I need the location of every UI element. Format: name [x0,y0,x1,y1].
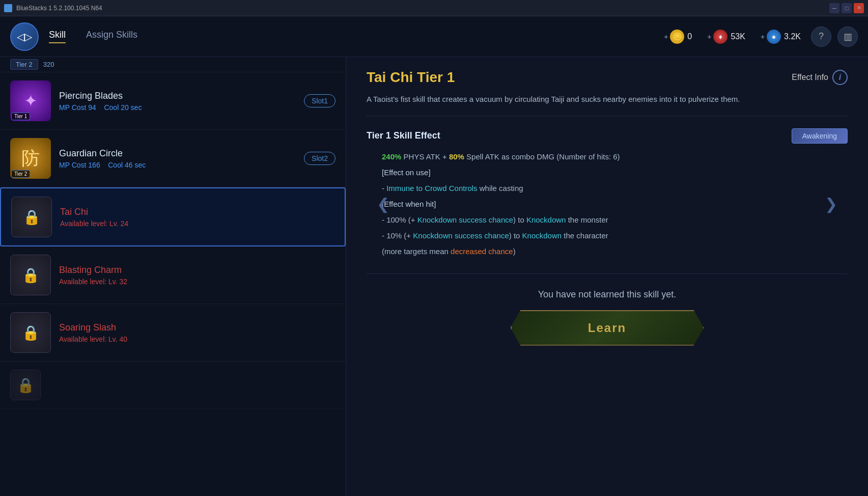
currency-gold: + 🪙 0 [664,30,692,44]
knockdown-chance-2: Knockdown success chance [413,231,509,240]
effect-section: Tier 1 Skill Effect Awakening ❮ ❯ 240% P… [367,128,848,258]
skill-info-guardian: Guardian Circle MP Cost 166 Cool 46 sec [59,148,296,169]
skill-icon-partial: 🔒 [10,370,41,400]
tier-badge-piercing: Tier 1 [11,113,30,120]
effect-line-6: - 10% (+ Knockdown success chance) to Kn… [382,229,832,242]
currency-display: + 🪙 0 + ♦ 53K + ● 3.2K [664,30,801,44]
skill-info-piercing: Piercing Blades MP Cost 94 Cool 20 sec [59,91,296,112]
effect-section-title: Tier 1 Skill Effect [367,130,440,141]
detail-skill-title: Tai Chi Tier 1 [367,69,455,86]
effect-line-5: - 100% (+ Knockdown success chance) to K… [382,213,832,227]
skill-name-blasting-charm: Blasting Charm [59,265,335,275]
skill-icon-guardian: 防 Tier 2 [10,138,51,179]
skill-item-guardian-circle[interactable]: 防 Tier 2 Guardian Circle MP Cost 166 Coo… [0,130,346,187]
main-layout: Tier 2 320 ✦ Tier 1 Piercing Blades MP C… [0,57,868,496]
currency-blue: + ● 3.2K [761,30,801,44]
skill-info-tai-chi: Tai Chi Available level: Lv. 24 [60,207,334,228]
skill-info-blasting-charm: Blasting Charm Available level: Lv. 32 [59,265,335,286]
nav-bar: ◁▷ Skill Assign Skills + 🪙 0 + ♦ 53K + ●… [0,16,868,57]
blue-value: 3.2K [784,32,801,41]
gem-icon: ♦ [713,30,727,44]
skill-avail-soaring-slash: Available level: Lv. 40 [59,335,335,343]
effect-nav-right-button[interactable]: ❯ [825,195,837,213]
not-learned-text: You have not learned this skill yet. [367,273,848,300]
skill-partial-top: Tier 2 320 [0,57,346,72]
skill-name-tai-chi: Tai Chi [60,207,334,217]
lock-icon-blasting-charm: 🔒 [22,267,40,284]
tier-value-partial: 320 [43,61,54,68]
skill-detail-panel: Tai Chi Tier 1 Effect Info i A Taoist's … [346,57,868,496]
window-controls: ─ □ ✕ [829,3,864,13]
help-button[interactable]: ? [811,26,831,47]
effect-line-3: - Immune to Crowd Controls while casting [382,181,832,195]
decreased-chance-text: decreased chance [451,247,513,256]
knockdown-2: Knockdown [522,231,562,240]
nav-icon-group: ? ▥ [811,26,858,47]
skill-name-piercing: Piercing Blades [59,91,296,101]
skill-meta-piercing: MP Cost 94 Cool 20 sec [59,103,296,112]
skill-icon-soaring-slash: 🔒 [10,312,51,353]
crowd-control-text: Immune to Crowd Controls [386,184,477,192]
skill-title-row: Tai Chi Tier 1 Effect Info i [367,69,848,86]
skill-icon-piercing-blades: ✦ Tier 1 [10,80,51,121]
lock-icon-partial: 🔒 [17,377,35,394]
maximize-button[interactable]: □ [842,3,852,13]
skill-avail-tai-chi: Available level: Lv. 24 [60,219,334,228]
learn-button-label: Learn [588,321,626,335]
effect-line-2: [Effect on use] [382,166,832,179]
gold-icon: 🪙 [670,30,684,44]
app-title: BlueStacks 1 5.2.100.1045 N64 [16,5,102,12]
minimize-button[interactable]: ─ [829,3,839,13]
skill-name-soaring-slash: Soaring Slash [59,322,335,333]
slot-badge-piercing: Slot1 [304,94,335,107]
info-icon: i [832,70,848,85]
slot-badge-guardian: Slot2 [304,152,335,165]
skill-info-soaring-slash: Soaring Slash Available level: Lv. 40 [59,322,335,343]
learn-button[interactable]: Learn [511,310,704,346]
knockdown-1: Knockdown [526,215,566,224]
effect-info-label: Effect Info [792,73,828,82]
skill-item-soaring-slash[interactable]: 🔒 Soaring Slash Available level: Lv. 40 [0,304,346,362]
knockdown-chance-1: Knockdown success chance [417,215,513,224]
tab-assign-skills[interactable]: Assign Skills [86,30,137,43]
tier-badge-guardian: Tier 2 [11,170,30,178]
app-logo[interactable]: ◁▷ [10,22,39,51]
nav-tabs: Skill Assign Skills [49,30,664,43]
skill-item-piercing-blades[interactable]: ✦ Tier 1 Piercing Blades MP Cost 94 Cool… [0,72,346,130]
lock-icon-soaring-slash: 🔒 [22,324,40,341]
effect-nav-left-button[interactable]: ❮ [377,195,389,213]
blue-icon: ● [767,30,781,44]
learn-button-container: Learn [367,310,848,346]
effect-info-button[interactable]: Effect Info i [792,70,848,85]
tier-badge-partial: Tier 2 [10,59,38,70]
menu-button[interactable]: ▥ [837,26,858,47]
title-bar: BlueStacks 1 5.2.100.1045 N64 ─ □ ✕ [0,0,868,16]
skill-name-guardian: Guardian Circle [59,148,296,159]
effect-line-7: (more targets mean decreased chance) [382,244,832,258]
skill-list-sidebar: Tier 2 320 ✦ Tier 1 Piercing Blades MP C… [0,57,346,496]
skill-icon-tai-chi: 🔒 [11,197,52,237]
effect-header: Tier 1 Skill Effect Awakening [367,128,848,144]
awakening-button[interactable]: Awakening [792,128,848,144]
skill-item-tai-chi[interactable]: 🔒 Tai Chi Available level: Lv. 24 [0,187,346,246]
spell-atk-value: 80% [449,152,464,161]
skill-meta-guardian: MP Cost 166 Cool 46 sec [59,161,296,169]
effect-line-1: 240% PHYS ATK + 80% Spell ATK as combo D… [382,150,832,163]
lock-icon-tai-chi: 🔒 [23,209,41,226]
skill-avail-blasting-charm: Available level: Lv. 32 [59,278,335,286]
gold-value: 0 [687,32,692,41]
currency-gem: + ♦ 53K [707,30,745,44]
skill-description: A Taoist's fist skill that creates a vac… [367,94,848,116]
phys-atk-value: 240% [382,152,401,161]
tab-skill[interactable]: Skill [49,30,66,43]
skill-item-blasting-charm[interactable]: 🔒 Blasting Charm Available level: Lv. 32 [0,246,346,304]
skill-icon-blasting-charm: 🔒 [10,255,51,295]
effect-line-4: [Effect when hit] [382,197,832,211]
effect-content: ❮ ❯ 240% PHYS ATK + 80% Spell ATK as com… [367,150,848,258]
app-icon [4,4,12,12]
gem-value: 53K [731,32,745,41]
close-button[interactable]: ✕ [854,3,864,13]
skill-item-partial-bottom[interactable]: 🔒 [0,362,346,409]
